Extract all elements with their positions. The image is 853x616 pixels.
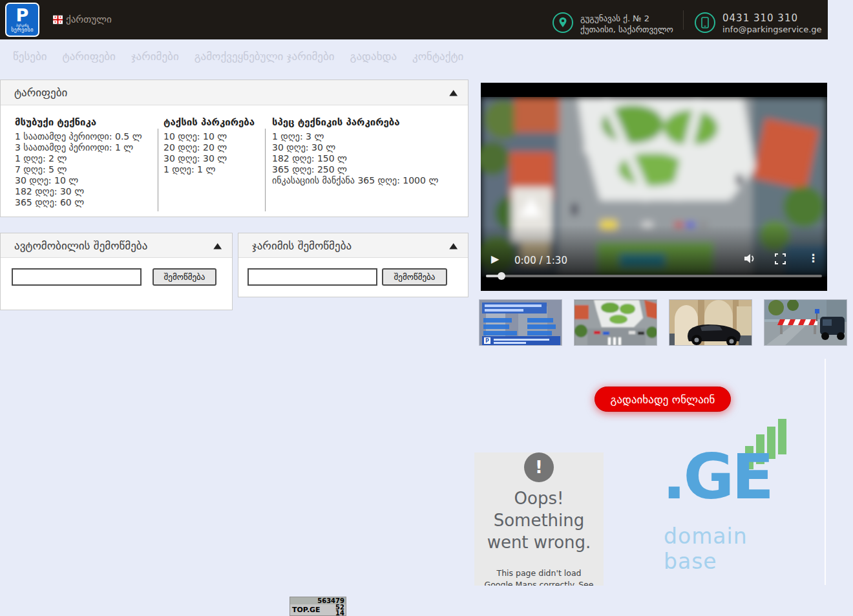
collapse-chevron-icon[interactable]: ▲ [213, 241, 222, 250]
header-divider [683, 10, 684, 30]
fine-check-panel: ჯარიმის შემოწმება ▲ შემოწმება [238, 233, 469, 297]
tariff-row: 3 საათამდე პერიოდი: 1 ლ [15, 142, 142, 153]
logo-line2: სერვისი [11, 27, 34, 33]
logo-letter: P [16, 6, 29, 24]
counter-label: TOP.GE [292, 606, 321, 614]
topge-counter-widget[interactable]: 563479 52 14 TOP.GE [290, 597, 346, 616]
video-progress-bar[interactable] [486, 275, 822, 277]
top-header: P პარკინგ სერვისი ქართული გუგუნავას ქ. №… [0, 0, 828, 39]
promo-video-player[interactable]: ▶ 0:00 / 1:30 ⋮ [481, 83, 827, 291]
tariff-row: 20 დღე: 20 ლ [163, 142, 227, 153]
phone-number[interactable]: 0431 310 310 [722, 13, 822, 24]
tariff-row: 182 დღე: 150 ლ [272, 153, 438, 164]
maps-error-detail1: This page didn't load [474, 568, 604, 579]
site-logo[interactable]: P პარკინგ სერვისი [5, 3, 39, 37]
tariff-row: ინკასაციის მანქანა 365 დღე: 1000 ლ [272, 175, 438, 186]
address-line2: ქუთაისი, საქართველო [580, 24, 673, 35]
tariffs-panel: ტარიფები ▲ მსუბუქი ტექნიკა ტაქსის პარკირ… [0, 80, 469, 217]
car-check-title: ავტომობილის შემოწმება [14, 239, 215, 252]
location-pin-icon [553, 12, 573, 33]
video-menu-icon[interactable]: ⋮ [808, 251, 819, 264]
nav-item-tariffs[interactable]: ტარიფები [63, 50, 116, 63]
ge-logo-text: .GE [662, 446, 772, 508]
svg-text:P: P [485, 338, 489, 344]
counter-row3: 14 [335, 610, 344, 616]
tariff-row: 30 დღე: 30 ლ [272, 142, 438, 153]
maps-error-line3: went wrong. [474, 531, 604, 553]
column-divider [265, 129, 266, 211]
thumbnail-car-under-arches[interactable] [669, 299, 752, 346]
tariffs-panel-header[interactable]: ტარიფები ▲ [1, 80, 468, 105]
mute-icon[interactable] [743, 253, 756, 267]
nav-item-rules[interactable]: წესები [13, 50, 47, 63]
tariff-col3-title: სპეც ტექნიკის პარკირება [272, 116, 400, 128]
tariff-row: 365 დღე: 60 ლ [15, 197, 142, 208]
language-label: ქართული [66, 14, 112, 25]
thumbnail-info-slide[interactable]: P [479, 299, 562, 346]
video-progress-thumb[interactable] [498, 272, 505, 280]
georgian-flag-icon [53, 15, 63, 25]
tariff-row: 30 დღე: 10 ლ [15, 175, 142, 186]
collapse-chevron-icon[interactable]: ▲ [449, 88, 458, 97]
address-line1: გუგუნავას ქ. № 2 [580, 13, 673, 24]
language-selector[interactable]: ქართული [53, 14, 112, 25]
nav-item-payment[interactable]: გადახდა [350, 50, 397, 63]
tariff-row: 30 დღე: 30 ლ [163, 153, 227, 164]
tariff-col2-title: ტაქსის პარკირება [163, 116, 255, 128]
tariff-row: 365 დღე: 250 ლ [272, 164, 438, 175]
phone-block: 0431 310 310 info@parkingservice.ge [695, 12, 822, 35]
nav-item-contact[interactable]: კონტაქტი [412, 50, 463, 63]
address-block: გუგუნავას ქ. № 2 ქუთაისი, საქართველო [553, 12, 673, 35]
tariff-row: 1 დღე: 3 ლ [272, 131, 438, 142]
phone-icon [695, 12, 715, 33]
tariff-row: 182 დღე: 30 ლ [15, 186, 142, 197]
car-check-header[interactable]: ავტომობილის შემოწმება ▲ [1, 233, 232, 258]
fine-check-header[interactable]: ჯარიმის შემოწმება ▲ [238, 233, 468, 258]
maps-error-line1: Oops! [474, 487, 604, 509]
ge-domain-logo: .GE domain base [662, 419, 801, 548]
tariff-row: 10 დღე: 10 ლ [163, 131, 227, 142]
tariff-row: 7 დღე: 5 ლ [15, 164, 142, 175]
maps-error-line2: Something [474, 509, 604, 531]
google-maps-error-box: ! Oops! Something went wrong. This page … [474, 452, 604, 586]
tariff-row: 1 დღე: 2 ლ [15, 153, 142, 164]
fine-check-title: ჯარიმის შემოწმება [252, 239, 450, 252]
tariff-col2-rows: 10 დღე: 10 ლ 20 დღე: 20 ლ 30 დღე: 30 ლ 1… [163, 131, 227, 175]
tariff-col1-title: მსუბუქი ტექნიკა [15, 116, 96, 128]
maps-error-detail2: Google Maps correctly. See [474, 579, 604, 586]
nav-item-published-fines[interactable]: გამოქვეყნებული ჯარიმები [195, 50, 335, 63]
video-controls-gradient [481, 225, 827, 277]
car-plate-input[interactable] [12, 268, 142, 286]
fine-number-input[interactable] [247, 268, 377, 286]
fullscreen-icon[interactable] [775, 253, 786, 267]
thumbnail-aerial-city[interactable] [574, 299, 657, 346]
ge-logo-subtitle: domain base [664, 524, 801, 574]
fine-check-button[interactable]: შემოწმება [382, 268, 447, 286]
tariffs-title: ტარიფები [14, 86, 450, 99]
tariff-col1-rows: 1 საათამდე პერიოდი: 0.5 ლ 3 საათამდე პერ… [15, 131, 142, 208]
email-address[interactable]: info@parkingservice.ge [722, 24, 822, 35]
main-navigation: წესები ტარიფები ჯარიმები გამოქვეყნებული … [13, 50, 463, 63]
tariff-row: 1 დღე: 1 ლ [163, 164, 227, 175]
tariff-col3-rows: 1 დღე: 3 ლ 30 დღე: 30 ლ 182 დღე: 150 ლ 3… [272, 131, 438, 186]
column-divider [158, 129, 158, 211]
column-divider-line [825, 359, 826, 585]
exclamation-icon: ! [524, 452, 554, 482]
nav-item-fines[interactable]: ჯარიმები [131, 50, 179, 63]
car-check-panel: ავტომობილის შემოწმება ▲ შემოწმება [0, 233, 233, 310]
tariff-row: 1 საათამდე პერიოდი: 0.5 ლ [15, 131, 142, 142]
collapse-chevron-icon[interactable]: ▲ [449, 241, 458, 250]
car-check-button[interactable]: შემოწმება [153, 268, 216, 286]
video-time: 0:00 / 1:30 [514, 255, 567, 266]
thumbnail-street-barrier[interactable] [764, 299, 847, 346]
play-button-icon[interactable]: ▶ [491, 253, 499, 265]
pay-online-button[interactable]: გადაიხადე ონლაინ [595, 387, 731, 412]
